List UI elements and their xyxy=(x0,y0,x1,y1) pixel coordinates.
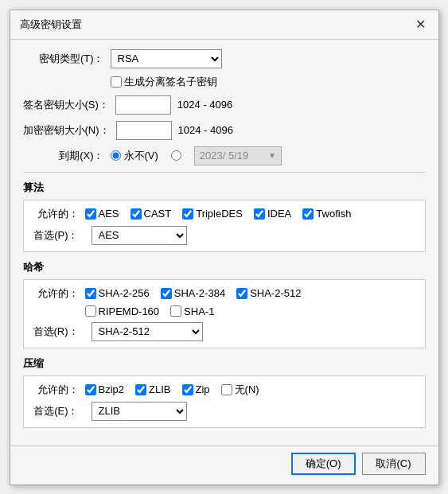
compress-zip-text: Zip xyxy=(196,383,210,395)
hash-sha1-text: SHA-1 xyxy=(184,305,214,317)
button-bar: 确定(O) 取消(C) xyxy=(10,445,438,484)
compress-zlib-text: ZLIB xyxy=(149,383,170,395)
advanced-key-settings-dialog: 高级密钥设置 ✕ 密钥类型(T)： RSA DSA ECDSA 生成分离签名子密… xyxy=(10,10,439,485)
sign-key-size-control: 2048 1024 - 4096 xyxy=(115,95,232,115)
key-type-label: 密钥类型(T)： xyxy=(23,52,111,66)
algo-twofish-label[interactable]: Twofish xyxy=(302,208,351,220)
hash-section-body: 允许的： SHA-2-256 SHA-2-384 SHA-2-512 xyxy=(23,279,426,348)
hash-pref-label: 首选(R)： xyxy=(33,325,85,339)
hash-ripemd-label[interactable]: RIPEMD-160 xyxy=(85,305,160,317)
hash-allowed-row2: RIPEMD-160 SHA-1 xyxy=(33,305,415,317)
compress-zip-label[interactable]: Zip xyxy=(182,383,210,395)
hash-sha256-label[interactable]: SHA-2-256 xyxy=(85,287,150,299)
hash-sha1-checkbox[interactable] xyxy=(170,305,181,317)
compress-zlib-label[interactable]: ZLIB xyxy=(135,383,170,395)
compress-bzip2-label[interactable]: Bzip2 xyxy=(85,383,125,395)
algo-tripledes-checkbox[interactable] xyxy=(182,208,193,220)
hash-sha512-text: SHA-2-512 xyxy=(250,287,301,299)
expire-date-text: 2023/ 5/19 xyxy=(200,150,248,161)
generate-subkey-checkbox[interactable] xyxy=(111,76,122,88)
expire-row: 到期(X)： 永不(V) 2023/ 5/19 ▼ xyxy=(23,146,426,165)
expire-date-radio[interactable] xyxy=(171,150,181,161)
algo-pref-row: 首选(P)： AES CAST TripleDES IDEA Twofish xyxy=(33,226,415,245)
hash-ripemd-text: RIPEMD-160 xyxy=(99,305,160,317)
sign-key-size-input[interactable]: 2048 xyxy=(115,95,171,115)
hash-sha256-text: SHA-2-256 xyxy=(99,287,150,299)
compress-none-checkbox[interactable] xyxy=(221,384,232,395)
key-type-row: 密钥类型(T)： RSA DSA ECDSA xyxy=(23,49,426,68)
hash-pref-select[interactable]: SHA-2-256 SHA-2-384 SHA-2-512 RIPEMD-160… xyxy=(92,322,203,341)
hash-sha512-label[interactable]: SHA-2-512 xyxy=(236,287,301,299)
generate-subkey-text: 生成分离签名子密钥 xyxy=(124,75,217,89)
algo-aes-label[interactable]: AES xyxy=(85,208,119,220)
expire-date-input[interactable]: 2023/ 5/19 ▼ xyxy=(194,146,282,165)
enc-key-size-label: 加密密钥大小(N)： xyxy=(23,123,116,138)
hash-section-header: 哈希 xyxy=(23,260,426,274)
hash-sha384-label[interactable]: SHA-2-384 xyxy=(161,287,225,299)
compress-none-label[interactable]: 无(N) xyxy=(221,383,259,397)
hash-sha256-checkbox[interactable] xyxy=(85,288,96,299)
compress-zlib-checkbox[interactable] xyxy=(135,384,146,395)
compress-bzip2-text: Bzip2 xyxy=(99,383,125,395)
close-button[interactable]: ✕ xyxy=(412,17,429,33)
algo-checkbox-group: AES CAST TripleDES IDEA xyxy=(85,208,352,220)
algo-idea-checkbox[interactable] xyxy=(254,208,265,220)
algo-section-header: 算法 xyxy=(23,181,426,195)
dialog-title: 高级密钥设置 xyxy=(20,18,82,32)
compress-zip-checkbox[interactable] xyxy=(182,384,193,395)
expire-radio-group: 永不(V) 2023/ 5/19 ▼ xyxy=(111,146,282,165)
cancel-button[interactable]: 取消(C) xyxy=(362,453,426,475)
algo-pref-label: 首选(P)： xyxy=(33,228,85,243)
generate-subkey-row: 生成分离签名子密钥 xyxy=(23,75,426,89)
dialog-body: 密钥类型(T)： RSA DSA ECDSA 生成分离签名子密钥 签名密钥大小(… xyxy=(10,40,438,442)
compress-pref-row: 首选(E)： Bzip2 ZLIB Zip 无 xyxy=(33,402,415,421)
algo-idea-text: IDEA xyxy=(267,208,291,220)
compress-bzip2-checkbox[interactable] xyxy=(85,384,96,395)
algo-aes-checkbox[interactable] xyxy=(85,208,96,220)
enc-key-size-hint: 1024 - 4096 xyxy=(178,124,233,136)
algo-twofish-checkbox[interactable] xyxy=(302,208,314,220)
compress-section-body: 允许的： Bzip2 ZLIB Zip xyxy=(23,375,426,428)
expire-date-dropdown-icon[interactable]: ▼ xyxy=(268,151,276,160)
compress-checkbox-group: Bzip2 ZLIB Zip 无(N) xyxy=(85,383,259,397)
hash-sha384-text: SHA-2-384 xyxy=(174,287,225,299)
hash-pref-row: 首选(R)： SHA-2-256 SHA-2-384 SHA-2-512 RIP… xyxy=(33,322,415,341)
key-type-control: RSA DSA ECDSA xyxy=(111,49,222,68)
enc-key-size-row: 加密密钥大小(N)： 2048 1024 - 4096 xyxy=(23,121,426,140)
algo-cast-label[interactable]: CAST xyxy=(131,208,172,220)
enc-key-size-input[interactable]: 2048 xyxy=(116,121,172,140)
hash-checkbox-group2: RIPEMD-160 SHA-1 xyxy=(85,305,215,317)
algo-cast-checkbox[interactable] xyxy=(131,208,142,220)
hash-allowed-row: 允许的： SHA-2-256 SHA-2-384 SHA-2-512 xyxy=(33,286,415,301)
expire-never-label[interactable]: 永不(V) xyxy=(111,149,158,163)
algo-pref-select[interactable]: AES CAST TripleDES IDEA Twofish xyxy=(92,226,187,245)
generate-subkey-checkbox-label[interactable]: 生成分离签名子密钥 xyxy=(111,75,217,89)
compress-pref-select[interactable]: Bzip2 ZLIB Zip 无 xyxy=(92,402,187,421)
ok-button[interactable]: 确定(O) xyxy=(291,453,356,475)
sign-key-size-label: 签名密钥大小(S)： xyxy=(23,98,115,112)
algo-section-body: 允许的： AES CAST TripleDES xyxy=(23,200,426,252)
hash-allowed-label: 允许的： xyxy=(33,286,85,301)
compress-none-text: 无(N) xyxy=(235,383,259,397)
algo-allowed-label: 允许的： xyxy=(33,207,85,221)
key-type-select[interactable]: RSA DSA ECDSA xyxy=(111,49,222,68)
algo-tripledes-label[interactable]: TripleDES xyxy=(182,208,243,220)
expire-date-label-radio[interactable] xyxy=(171,150,181,161)
algo-aes-text: AES xyxy=(99,208,119,220)
sign-key-size-hint: 1024 - 4096 xyxy=(177,99,232,111)
compress-section-header: 压缩 xyxy=(23,356,426,371)
hash-ripemd-checkbox[interactable] xyxy=(85,305,96,317)
enc-key-size-control: 2048 1024 - 4096 xyxy=(116,121,233,140)
hash-sha512-checkbox[interactable] xyxy=(236,288,247,299)
algo-idea-label[interactable]: IDEA xyxy=(254,208,291,220)
compress-pref-label: 首选(E)： xyxy=(33,404,85,418)
title-bar: 高级密钥设置 ✕ xyxy=(10,10,438,40)
hash-checkbox-group: SHA-2-256 SHA-2-384 SHA-2-512 xyxy=(85,287,302,299)
algo-twofish-text: Twofish xyxy=(316,208,351,220)
compress-allowed-label: 允许的： xyxy=(33,383,85,397)
expire-label: 到期(X)： xyxy=(23,149,111,163)
expire-never-radio[interactable] xyxy=(111,150,121,161)
hash-sha1-label[interactable]: SHA-1 xyxy=(170,305,214,317)
expire-never-text: 永不(V) xyxy=(124,149,158,163)
hash-sha384-checkbox[interactable] xyxy=(161,288,172,299)
